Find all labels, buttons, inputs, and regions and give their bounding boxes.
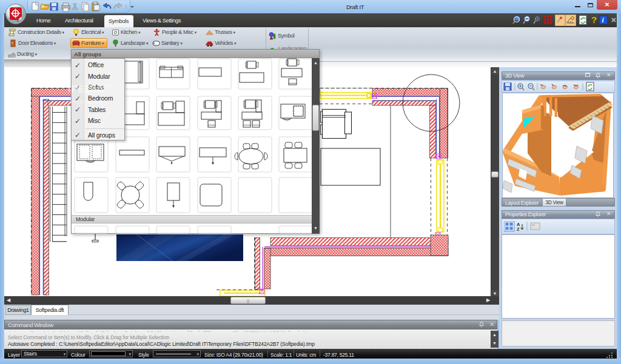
svg-text:?: ? — [591, 15, 597, 25]
svg-text:Z: Z — [517, 227, 520, 232]
